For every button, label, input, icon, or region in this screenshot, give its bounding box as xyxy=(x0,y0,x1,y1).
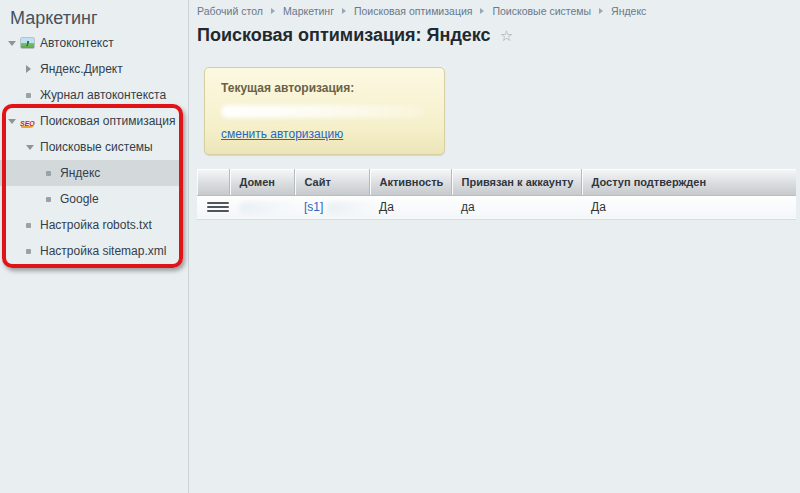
redacted-domain xyxy=(239,202,295,214)
breadcrumb-item-desktop[interactable]: Рабочий стол xyxy=(197,5,263,17)
breadcrumb-item-seo[interactable]: Поисковая оптимизация xyxy=(354,5,472,17)
table-row: [s1] Да да Да xyxy=(197,195,796,219)
bullet-icon xyxy=(26,93,38,98)
sidebar-item-label: Поисковая оптимизация xyxy=(40,114,175,128)
row-domain-cell xyxy=(229,195,294,219)
sidebar: Маркетинг Автоконтекст Яндекс.Директ Жур… xyxy=(0,0,189,493)
auth-notice: Текущая авторизация: сменить авторизацию xyxy=(204,67,445,155)
bullet-icon xyxy=(46,171,58,176)
sidebar-item-seo[interactable]: SEO Поисковая оптимизация xyxy=(0,108,188,134)
sidebar-item-yandex[interactable]: Яндекс xyxy=(0,160,182,186)
bullet-icon xyxy=(46,197,58,202)
site-id-link[interactable]: [s1] xyxy=(304,200,323,214)
row-menu-cell xyxy=(197,195,229,219)
bullet-icon xyxy=(26,249,38,254)
sidebar-item-search-engines[interactable]: Поисковые системы xyxy=(0,134,188,160)
redacted-site-name xyxy=(327,202,372,214)
sidebar-item-robots-txt[interactable]: Настройка robots.txt xyxy=(0,212,188,238)
sidebar-item-label: Яндекс.Директ xyxy=(40,62,123,76)
chart-icon xyxy=(20,37,38,49)
sidebar-item-autocontext-journal[interactable]: Журнал автоконтекста xyxy=(0,82,188,108)
sidebar-item-label: Google xyxy=(60,192,99,206)
seo-icon: SEO xyxy=(20,115,38,128)
breadcrumb-separator-icon xyxy=(480,8,484,14)
header-domain[interactable]: Домен xyxy=(229,169,294,195)
sidebar-item-label: Поисковые системы xyxy=(40,140,153,154)
header-site[interactable]: Сайт xyxy=(294,169,369,195)
row-linked-cell: да xyxy=(451,195,581,219)
breadcrumb-item-search-engines[interactable]: Поисковые системы xyxy=(492,5,591,17)
sidebar-item-sitemap-xml[interactable]: Настройка sitemap.xml xyxy=(0,238,188,264)
main-content: Рабочий стол Маркетинг Поисковая оптимиз… xyxy=(190,0,800,493)
header-menu-column xyxy=(197,169,229,195)
row-active-cell: Да xyxy=(369,195,451,219)
breadcrumb: Рабочий стол Маркетинг Поисковая оптимиз… xyxy=(197,4,800,18)
header-linked[interactable]: Привязан к аккаунту xyxy=(451,169,581,195)
sidebar-item-label: Настройка robots.txt xyxy=(40,218,152,232)
row-access-cell: Да xyxy=(581,195,796,219)
expand-arrow-icon[interactable] xyxy=(26,145,38,150)
sidebar-item-label: Настройка sitemap.xml xyxy=(40,244,166,258)
favorite-star-icon[interactable]: ☆ xyxy=(500,28,513,43)
auth-notice-heading: Текущая авторизация: xyxy=(221,81,428,95)
sidebar-item-yandex-direct[interactable]: Яндекс.Директ xyxy=(0,56,188,82)
breadcrumb-item-marketing[interactable]: Маркетинг xyxy=(283,5,334,17)
breadcrumb-item-yandex: Яндекс xyxy=(611,5,646,17)
row-actions-menu-icon[interactable] xyxy=(207,202,229,212)
breadcrumb-separator-icon xyxy=(342,8,346,14)
page-title-row: Поисковая оптимизация: Яндекс ☆ xyxy=(197,25,800,46)
sidebar-title: Маркетинг xyxy=(0,6,188,30)
redacted-auth-login xyxy=(221,105,424,118)
page-title: Поисковая оптимизация: Яндекс xyxy=(197,25,491,46)
change-auth-link[interactable]: сменить авторизацию xyxy=(221,127,343,141)
sidebar-menu: Автоконтекст Яндекс.Директ Журнал автоко… xyxy=(0,30,188,264)
sidebar-item-label: Автоконтекст xyxy=(40,36,114,50)
sidebar-item-label: Журнал автоконтекста xyxy=(40,88,166,102)
sidebar-item-autocontext[interactable]: Автоконтекст xyxy=(0,30,188,56)
table-header-row: Домен Сайт Активность Привязан к аккаунт… xyxy=(197,169,796,195)
header-active[interactable]: Активность xyxy=(369,169,451,195)
sidebar-item-label: Яндекс xyxy=(60,166,100,180)
breadcrumb-separator-icon xyxy=(599,8,603,14)
search-engines-table: Домен Сайт Активность Привязан к аккаунт… xyxy=(197,169,796,220)
bullet-icon xyxy=(26,223,38,228)
collapsed-arrow-icon[interactable] xyxy=(26,65,38,73)
expand-arrow-icon[interactable] xyxy=(8,41,20,46)
expand-arrow-icon[interactable] xyxy=(8,119,20,124)
sidebar-item-google[interactable]: Google xyxy=(0,186,188,212)
header-access[interactable]: Доступ подтвержден xyxy=(581,169,796,195)
breadcrumb-separator-icon xyxy=(271,8,275,14)
row-site-cell: [s1] xyxy=(294,195,369,219)
